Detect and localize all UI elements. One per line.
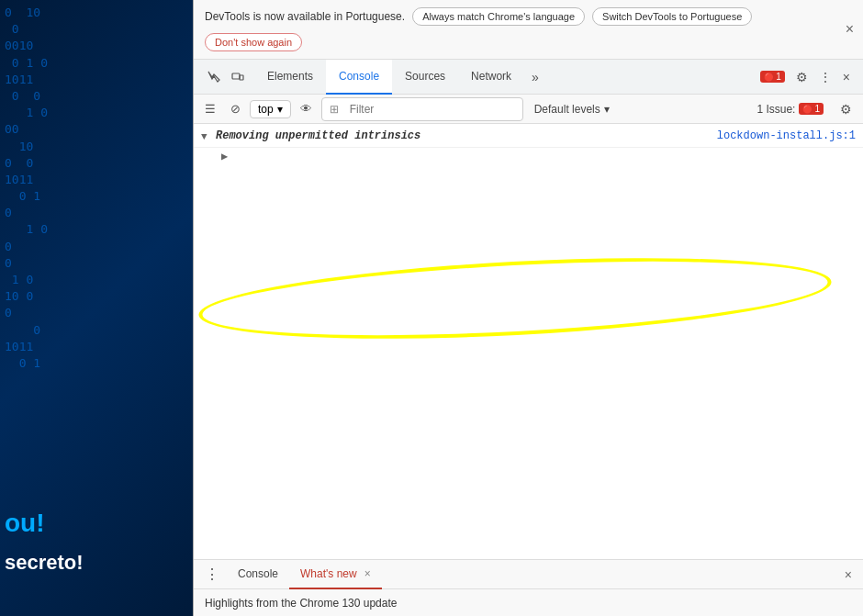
background-panel: 0 10 0 0010 0 1 0 1011 0 0 1 0 00 10 0 0… xyxy=(0,0,193,616)
bg-highlight-text: ou! xyxy=(0,504,50,543)
drawer-tab-bar: ⋮ Console What's new × × xyxy=(194,560,863,589)
eye-button[interactable]: 👁 xyxy=(295,99,318,118)
bottom-drawer: ⋮ Console What's new × × Highlights from… xyxy=(194,559,863,616)
drawer-tab-console[interactable]: Console xyxy=(227,560,289,589)
tab-network[interactable]: Network xyxy=(458,60,524,95)
more-actions-button[interactable]: ⋮ xyxy=(815,66,835,88)
console-entry-0: ▼ Removing unpermitted intrinsics lockdo… xyxy=(194,128,863,148)
context-dropdown-icon: ▾ xyxy=(277,103,283,116)
yellow-annotation-circle xyxy=(196,245,833,352)
console-sub-entry-0: ▶ xyxy=(194,148,863,165)
error-count-badge[interactable]: 🔴 1 xyxy=(757,67,789,86)
drawer-tab-close-button[interactable]: × xyxy=(364,567,371,580)
notification-close-button[interactable]: × xyxy=(846,21,854,38)
error-badge: 🔴 1 xyxy=(760,71,785,83)
sidebar-toggle-button[interactable]: ☰ xyxy=(199,99,221,118)
settings-button[interactable]: ⚙ xyxy=(792,66,812,88)
notification-message: DevTools is now available in Portuguese. xyxy=(205,10,405,23)
issue-badge: 🔴 1 xyxy=(799,103,824,115)
entry-message: Removing unpermitted intrinsics xyxy=(216,129,699,142)
drawer-menu-button[interactable]: ⋮ xyxy=(201,562,223,587)
svg-rect-1 xyxy=(240,75,243,80)
devtools-tab-icons xyxy=(197,66,254,88)
inspect-element-icon[interactable] xyxy=(203,66,225,88)
devtools-panel: DevTools is now available in Portuguese.… xyxy=(193,0,863,616)
context-selector[interactable]: top ▾ xyxy=(250,100,291,118)
svg-rect-0 xyxy=(232,73,240,79)
device-toggle-icon[interactable] xyxy=(227,66,249,88)
drawer-close-button[interactable]: × xyxy=(841,564,856,586)
drawer-tab-whats-new[interactable]: What's new × xyxy=(289,560,382,589)
drawer-content: Highlights from the Chrome 130 update xyxy=(194,589,863,616)
context-value: top xyxy=(258,103,274,116)
clear-console-button[interactable]: ⊘ xyxy=(225,99,246,118)
levels-dropdown[interactable]: Default levels ▾ xyxy=(527,101,617,118)
levels-dropdown-icon: ▾ xyxy=(604,103,610,116)
switch-to-portuguese-button[interactable]: Switch DevTools to Portuguese xyxy=(592,7,752,26)
issues-indicator: 1 Issue: 🔴 1 xyxy=(749,101,831,118)
tab-sources[interactable]: Sources xyxy=(392,60,458,95)
always-match-language-button[interactable]: Always match Chrome's language xyxy=(412,7,585,26)
dont-show-again-button[interactable]: Don't show again xyxy=(205,33,302,51)
sub-entry-toggle[interactable]: ▶ xyxy=(221,151,228,163)
console-output: ▼ Removing unpermitted intrinsics lockdo… xyxy=(194,124,863,559)
bg-secreto-text: secreto! xyxy=(0,546,88,579)
more-tabs-button[interactable]: » xyxy=(524,70,546,84)
issue-icon: 🔴 xyxy=(802,105,813,114)
console-settings-button[interactable]: ⚙ xyxy=(835,99,857,119)
drawer-content-text: Highlights from the Chrome 130 update xyxy=(205,597,397,610)
console-toolbar: ☰ ⊘ top ▾ 👁 ⊞ Default levels ▾ 1 Issue: … xyxy=(194,95,863,124)
filter-icon: ⊞ xyxy=(330,103,339,116)
error-icon: 🔴 xyxy=(764,73,774,82)
entry-expand-toggle[interactable]: ▼ xyxy=(201,131,207,142)
tab-elements[interactable]: Elements xyxy=(254,60,326,95)
close-devtools-button[interactable]: × xyxy=(839,66,854,88)
devtools-tab-bar: Elements Console Sources Network » 🔴 1 ⚙… xyxy=(194,60,863,95)
entry-source-link[interactable]: lockdown-install.js:1 xyxy=(699,129,856,142)
notification-bar: DevTools is now available in Portuguese.… xyxy=(194,0,863,60)
tab-console[interactable]: Console xyxy=(326,60,392,95)
devtools-tab-actions: 🔴 1 ⚙ ⋮ × xyxy=(757,66,859,88)
filter-input[interactable] xyxy=(342,100,515,118)
